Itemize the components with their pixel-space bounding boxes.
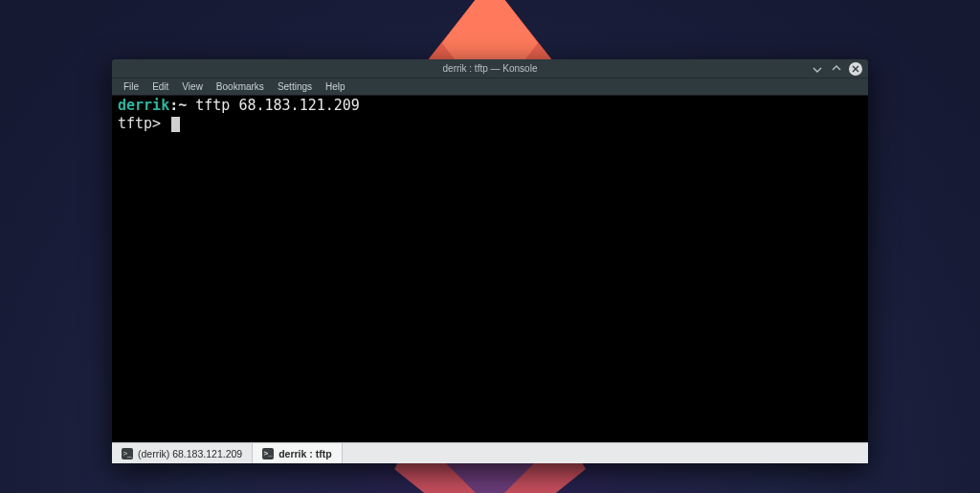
menubar: File Edit View Bookmarks Settings Help (112, 78, 868, 96)
tab-label: derrik : tftp (278, 448, 331, 459)
window-titlebar[interactable]: derrik : tftp — Konsole (112, 59, 868, 78)
tftp-prompt: tftp> (118, 115, 161, 132)
minimize-button[interactable] (811, 62, 824, 76)
close-button[interactable] (849, 62, 862, 76)
terminal-icon: >_ (122, 448, 133, 459)
menu-file[interactable]: File (118, 79, 145, 94)
prompt-colon: : (169, 97, 178, 114)
window-controls (811, 59, 862, 78)
tab-session-1[interactable]: >_ (derrik) 68.183.121.209 (112, 443, 253, 463)
terminal-area[interactable]: derrik:~ tftp 68.183.121.209tftp> (112, 96, 868, 442)
command-text: tftp 68.183.121.209 (195, 97, 360, 114)
tab-label: (derrik) 68.183.121.209 (138, 448, 242, 459)
terminal-line-2: tftp> (118, 115, 862, 133)
menu-bookmarks[interactable]: Bookmarks (211, 79, 270, 94)
prompt-user: derrik (118, 97, 169, 114)
terminal-icon: >_ (262, 448, 274, 459)
cursor-icon (171, 117, 180, 132)
menu-help[interactable]: Help (320, 79, 351, 94)
tab-session-2[interactable]: >_ derrik : tftp (253, 443, 342, 463)
terminal-line-1: derrik:~ tftp 68.183.121.209 (118, 97, 862, 115)
menu-view[interactable]: View (176, 79, 209, 94)
tab-bar: >_ (derrik) 68.183.121.209 >_ derrik : t… (112, 442, 868, 463)
maximize-button[interactable] (830, 62, 843, 76)
prompt-path: ~ (178, 97, 187, 114)
window-title: derrik : tftp — Konsole (443, 63, 538, 74)
konsole-window: derrik : tftp — Konsole File Edit View B… (112, 59, 868, 463)
menu-settings[interactable]: Settings (272, 79, 318, 94)
menu-edit[interactable]: Edit (146, 79, 174, 94)
